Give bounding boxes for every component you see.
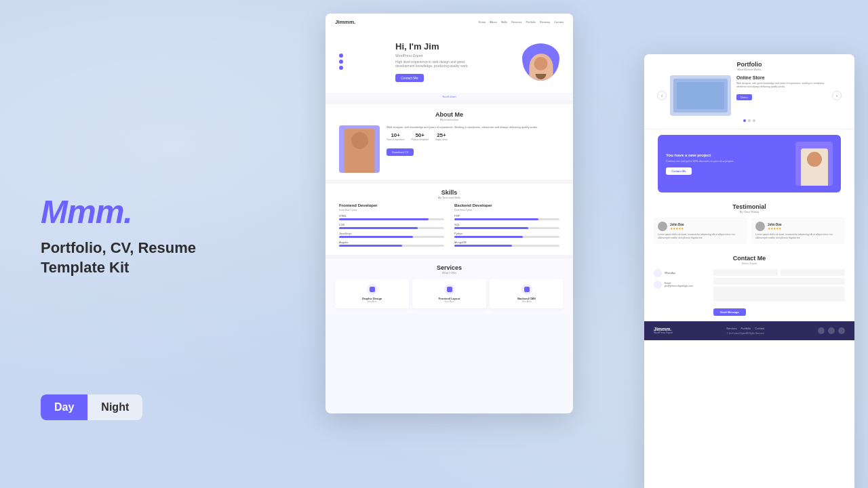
page-wrapper: Mmm. Portfolio, CV, Resume Template Kit … [0, 0, 868, 488]
social-twitter-icon[interactable] [828, 327, 835, 334]
skill-php: PHP [454, 214, 559, 220]
services-section: Services What I Offer Graphic Design Vie… [326, 259, 573, 314]
testimonial-section: Testimonial By Client Rating John Doe ★★… [644, 198, 854, 249]
social-facebook-icon[interactable] [818, 327, 825, 334]
skill-js: JavaScript [339, 232, 444, 238]
stat-clients-label: Happy clients [435, 138, 448, 141]
testimonial-text-2: Lorem ipsum dolor sit amet, consectetur … [755, 233, 841, 240]
nav-services[interactable]: Services [511, 20, 521, 24]
form-name-input[interactable] [713, 269, 778, 276]
portfolio-title: Portfolio [654, 61, 845, 68]
social-instagram-icon[interactable] [838, 327, 845, 334]
left-logo: Jimmm. [335, 19, 355, 25]
portfolio-dot-1 [743, 119, 746, 122]
nav-home[interactable]: Home [479, 20, 486, 24]
skill-angular-name: Angular [339, 241, 444, 244]
nav-skills[interactable]: Skills [501, 20, 507, 24]
skill-angular-fill [339, 245, 402, 247]
skill-html: HTML [339, 214, 444, 220]
portfolio-next-arrow[interactable]: › [832, 91, 842, 100]
footer-link-portfolio[interactable]: Portfolio [741, 327, 751, 330]
night-option[interactable]: Night [87, 394, 142, 420]
nav-about[interactable]: About [490, 20, 496, 24]
skills-subtitle: My Technical Skills [339, 196, 559, 199]
cta-text: You have a new project Contact me and ge… [666, 153, 790, 175]
skill-mongodb-bg [454, 245, 559, 247]
skill-sql-bg [454, 227, 559, 229]
avatar-beard [536, 74, 547, 79]
form-message-textarea[interactable] [713, 287, 845, 302]
testimonial-name-1: John Doe [670, 223, 684, 226]
cta-button[interactable]: Contact Me [666, 167, 692, 175]
cta-person-image [795, 142, 833, 186]
backend-cms-icon [521, 284, 532, 295]
avatar-face [529, 54, 553, 81]
whatsapp-icon [654, 269, 662, 277]
portfolio-image [670, 75, 731, 116]
skill-css-name: CSS [339, 223, 444, 226]
testimonial-name-2: John Doe [768, 223, 782, 226]
backend-skills: Backend Developer Know these 3 years PHP… [454, 203, 559, 249]
skill-sql: SQL [454, 223, 559, 229]
portfolio-dots [654, 119, 845, 122]
testimonial-text-1: Lorem ipsum dolor sit amet, consectetur … [658, 233, 743, 240]
footer-logo: Jimmm. [654, 327, 673, 331]
skill-css-fill [339, 227, 418, 229]
form-email-input[interactable] [781, 269, 845, 276]
about-stats: 10+ Years of experience 50+ Projects com… [387, 132, 559, 141]
testimonial-grid: John Doe ★★★★★ Lorem ipsum dolor sit ame… [654, 218, 845, 244]
contact-info: WhatsApp Email jim@jimmm.digital.grp.com [654, 269, 708, 316]
right-preview: Portfolio Most Recent Works ‹ Online Sto… [644, 54, 854, 488]
brand-title: Mmm. [41, 193, 231, 230]
day-option[interactable]: Day [41, 394, 87, 420]
download-cv-btn[interactable]: Download CV [387, 148, 414, 156]
contact-subtitle: Get in Touch [654, 262, 845, 265]
services-title: Services [335, 264, 564, 271]
social-icon-1 [339, 54, 343, 58]
form-row-name-email [713, 269, 845, 276]
footer-link-contact[interactable]: Contact [755, 327, 764, 330]
testimonial-title: Testimonial [654, 203, 845, 210]
day-night-toggle[interactable]: Day Night [41, 394, 142, 420]
services-subtitle: What I Offer [335, 271, 564, 274]
footer-links: Services Portfolio Contact [726, 327, 764, 330]
testimonial-subtitle: By Client Rating [654, 210, 845, 214]
nav-portfolio[interactable]: Portfolio [526, 20, 536, 24]
hero-cta-btn[interactable]: Contact Me [395, 74, 424, 82]
about-person [344, 129, 375, 173]
skill-html-bg [339, 218, 444, 220]
nav-reviews[interactable]: Reviews [540, 20, 550, 24]
footer-link-services[interactable]: Services [726, 327, 736, 330]
hero-role: WordPress Expert [395, 54, 477, 58]
service-graphic-design: Graphic Design View More [335, 279, 409, 308]
skill-angular: Angular [339, 241, 444, 247]
testimonial-header-1: John Doe ★★★★★ [658, 222, 743, 231]
social-icon-2 [339, 60, 343, 64]
stat-experience-num: 10+ [387, 132, 404, 138]
skill-python: Python [454, 232, 559, 238]
portfolio-prev-arrow[interactable]: ‹ [657, 91, 667, 100]
social-icon-3 [339, 66, 343, 70]
service-sub-2: View More [416, 300, 483, 303]
graphic-design-icon-inner [370, 287, 375, 292]
skill-mongodb-fill [454, 245, 512, 247]
nav-contact[interactable]: Contact [554, 20, 564, 24]
contact-title: Contact Me [654, 255, 845, 262]
graphic-design-icon [367, 284, 378, 295]
form-subject-input[interactable] [713, 278, 845, 285]
portfolio-demo-btn[interactable]: Demo [736, 94, 752, 100]
about-subtitle: My Introduction [339, 118, 559, 121]
skill-js-bg [339, 236, 444, 238]
footer-section: Jimmm. WordPress Expert Services Portfol… [644, 321, 854, 340]
hero-section: Hi, I'm Jim WordPress Expert High level … [326, 30, 573, 93]
cta-description: Contact me and get a 30% discount on you… [666, 159, 790, 163]
left-nav-links: Home About Skills Services Portfolio Rev… [479, 20, 564, 24]
portfolio-description: Web designer, with great knowledge and y… [736, 82, 829, 89]
backend-title: Backend Developer [454, 203, 559, 207]
send-message-btn[interactable]: Send Message [713, 308, 746, 316]
skill-mongodb-name: MongoDB [454, 241, 559, 244]
email-icon [654, 281, 662, 289]
contact-section: Contact Me Get in Touch WhatsApp Email j… [644, 249, 854, 321]
stat-clients-num: 25+ [435, 132, 448, 138]
footer-social [818, 327, 845, 334]
